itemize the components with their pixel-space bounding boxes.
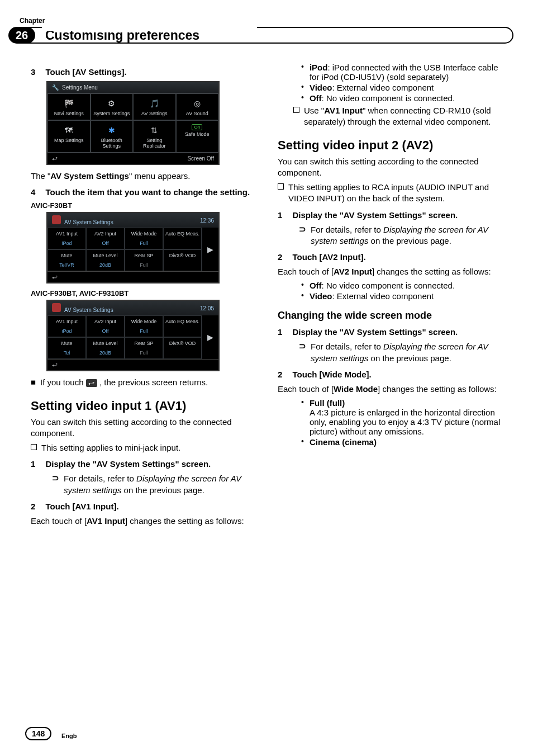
gear-icon bbox=[52, 215, 61, 224]
list-item: •Video: External video component bbox=[301, 83, 502, 92]
av-title: AV System Settings bbox=[64, 307, 113, 313]
menu-item-av-settings[interactable]: 🎵AV Settings bbox=[133, 93, 176, 120]
av-cell[interactable]: AV1 InputiPod bbox=[47, 315, 86, 337]
list-item: •Off: No video component is connected. bbox=[301, 93, 502, 103]
av-cell[interactable]: AV1 InputiPod bbox=[47, 228, 86, 249]
heading-av1: Setting video input 1 (AV1) bbox=[31, 399, 255, 413]
use-note: Use "AV1 Input" when connecting CD-RM10 … bbox=[293, 105, 502, 128]
step-text: Touch [AV Settings]. bbox=[46, 67, 127, 77]
menu-item-av-sound[interactable]: ◎AV Sound bbox=[176, 93, 219, 120]
menu-item-system[interactable]: ⚙System Settings bbox=[91, 93, 134, 120]
model-label-b: AVIC-F930BT, AVIC-F9310BT bbox=[31, 289, 255, 297]
note-icon bbox=[278, 183, 284, 190]
back-icon[interactable]: ⮐ bbox=[52, 274, 58, 280]
av-cell[interactable]: Mute Level20dB bbox=[86, 249, 125, 271]
av-cell[interactable]: Auto EQ Meas. bbox=[163, 228, 202, 249]
av-cell[interactable]: DivX® VOD bbox=[163, 337, 202, 359]
step-3: 3 Touch [AV Settings]. bbox=[31, 67, 255, 77]
av-cell[interactable]: Auto EQ Meas. bbox=[163, 315, 202, 337]
clock: 12:36 bbox=[200, 218, 214, 224]
av1-step-1: 1 Display the "AV System Settings" scree… bbox=[31, 459, 255, 469]
av1-each: Each touch of [AV1 Input] changes the se… bbox=[31, 516, 255, 527]
locale-label: Engb bbox=[61, 733, 77, 739]
av-cell[interactable]: Wide ModeFull bbox=[125, 315, 163, 337]
wide-step-2: 2 Touch [Wide Mode]. bbox=[278, 370, 502, 379]
av1-ref: ⊃ For details, refer to Displaying the s… bbox=[52, 473, 255, 496]
menu-item-map[interactable]: 🗺Map Settings bbox=[47, 120, 91, 153]
wide-step-1: 1 Display the "AV System Settings" scree… bbox=[278, 327, 502, 337]
bullet-icon: • bbox=[301, 63, 304, 82]
gear-icon: ⚙ bbox=[104, 97, 119, 110]
av2-step-1: 1 Display the "AV System Settings" scree… bbox=[278, 210, 502, 220]
step-num: 3 bbox=[31, 67, 35, 77]
ref-arrow-icon: ⊃ bbox=[299, 224, 306, 247]
note-icon bbox=[31, 444, 37, 450]
note-icon bbox=[293, 107, 299, 113]
av-cell[interactable]: MuteTel/VR bbox=[47, 249, 86, 271]
flag-icon: 🏁 bbox=[61, 97, 76, 110]
av-cell[interactable]: Mute Level20dB bbox=[86, 337, 125, 359]
av2-note: This setting applies to RCA inputs (AUDI… bbox=[278, 182, 502, 205]
chapter-bar: 26 Customising preferences bbox=[8, 26, 519, 45]
av2-step-2: 2 Touch [AV2 Input]. bbox=[278, 252, 502, 262]
av-system-settings-b: AV System Settings 12:05 AV1 InputiPod A… bbox=[46, 300, 220, 371]
settings-menu-screenshot: 🔧 Settings Menu 🏁Navi Settings ⚙System S… bbox=[46, 81, 220, 165]
bullet-icon: • bbox=[301, 291, 304, 301]
bullet-icon: • bbox=[301, 398, 304, 436]
square-bullet-icon: ◼ bbox=[31, 379, 36, 388]
bullet-icon: • bbox=[301, 281, 304, 290]
replicator-icon: ⇅ bbox=[147, 124, 161, 136]
chapter-label: Chapter bbox=[20, 17, 502, 25]
next-page-arrow[interactable]: ▶ bbox=[202, 315, 218, 359]
av-cell[interactable]: MuteTel bbox=[47, 337, 86, 359]
bullet-icon: • bbox=[301, 83, 304, 92]
av-cell[interactable]: Wide ModeFull bbox=[125, 228, 163, 249]
ref-arrow-icon: ⊃ bbox=[299, 341, 306, 364]
menu-item-navi[interactable]: 🏁Navi Settings bbox=[47, 93, 91, 120]
bluetooth-icon: ✱ bbox=[104, 124, 119, 136]
right-column: •iPod: iPod connected with the USB Inter… bbox=[278, 62, 502, 530]
next-page-arrow[interactable]: ▶ bbox=[202, 228, 218, 271]
step-4: 4 Touch the item that you want to change… bbox=[31, 187, 255, 197]
wrench-icon: 🔧 bbox=[52, 84, 59, 91]
screen-off-button[interactable]: Screen Off bbox=[187, 155, 214, 162]
back-icon[interactable]: ⮐ bbox=[52, 362, 58, 368]
menu-item-bluetooth[interactable]: ✱Bluetooth Settings bbox=[91, 120, 134, 153]
av-cell[interactable]: DivX® VOD bbox=[163, 249, 202, 271]
list-item: • Full (full) A 4:3 picture is enlarged … bbox=[301, 398, 502, 436]
clock: 12:05 bbox=[200, 305, 214, 311]
list-item: •iPod: iPod connected with the USB Inter… bbox=[301, 63, 502, 82]
list-item: •Off: No video component is connected. bbox=[301, 281, 502, 290]
wide-each: Each touch of [Wide Mode] changes the se… bbox=[278, 384, 502, 395]
av2-ref: ⊃ For details, refer to Displaying the s… bbox=[299, 224, 502, 247]
map-icon: 🗺 bbox=[61, 124, 76, 136]
gear-icon bbox=[52, 303, 61, 312]
menu-header: 🔧 Settings Menu bbox=[47, 82, 218, 93]
menu-item-safe-mode[interactable]: OnSafe Mode bbox=[176, 120, 219, 153]
menu-item-replicator[interactable]: ⇅Setting Replicator bbox=[133, 120, 176, 153]
wide-ref: ⊃ For details, refer to Displaying the s… bbox=[299, 341, 502, 364]
after-menu-text: The "AV System Settings" menu appears. bbox=[31, 171, 255, 182]
left-column: 3 Touch [AV Settings]. 🔧 Settings Menu 🏁… bbox=[31, 62, 255, 530]
model-label-a: AVIC-F30BT bbox=[31, 201, 255, 210]
av-cell[interactable]: AV2 InputOff bbox=[86, 228, 125, 249]
av-title: AV System Settings bbox=[64, 219, 113, 225]
step-text: Touch the item that you want to change t… bbox=[46, 187, 250, 197]
av2-each: Each touch of [AV2 Input] changes the se… bbox=[278, 266, 502, 277]
page-number: 148 bbox=[25, 727, 51, 740]
bullet-icon: • bbox=[301, 93, 304, 103]
av1-step-2: 2 Touch [AV1 Input]. bbox=[31, 502, 255, 511]
av1-note: This setting applies to mini-jack input. bbox=[31, 442, 255, 453]
music-icon: 🎵 bbox=[147, 97, 161, 110]
step-num: 4 bbox=[31, 187, 35, 197]
chapter-number: 26 bbox=[8, 27, 35, 44]
av-cell[interactable]: AV2 InputOff bbox=[86, 315, 125, 337]
back-note: ◼ If you touch ⮐ , the previous screen r… bbox=[31, 377, 255, 388]
av1-intro: You can switch this setting according to… bbox=[31, 417, 255, 440]
av-cell[interactable]: Rear SPFull bbox=[125, 337, 163, 359]
av-cell[interactable]: Rear SPFull bbox=[125, 249, 163, 271]
sound-icon: ◎ bbox=[190, 97, 204, 110]
back-icon[interactable]: ⮐ bbox=[52, 155, 58, 162]
ref-arrow-icon: ⊃ bbox=[52, 473, 59, 496]
chapter-bar-outline bbox=[20, 27, 513, 44]
